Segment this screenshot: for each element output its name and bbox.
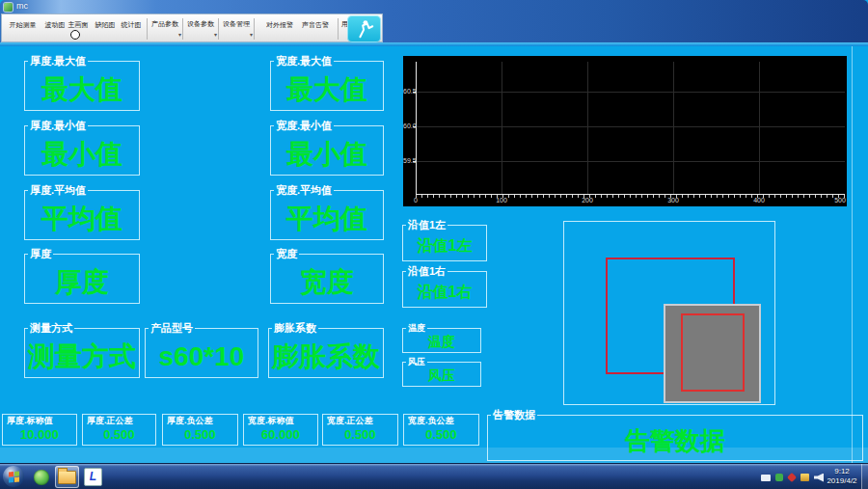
app-icon [4, 3, 13, 12]
gridline [417, 92, 845, 93]
show-desktop-button[interactable] [861, 464, 868, 489]
language-icon[interactable] [761, 475, 771, 481]
gridline [502, 62, 502, 194]
menu-external-alarm[interactable]: 对外报警 [262, 18, 297, 31]
application-window: mc 开始测量 波动图 主画面 缺陷图 统计图 产品参数 设备参数 设备管理 对… [0, 0, 868, 489]
field-value: 0.500 [83, 415, 155, 445]
field-value: 0.500 [404, 415, 478, 445]
field-value: 膨胀系数 [269, 329, 383, 377]
field-value: 温度 [403, 329, 480, 352]
gridline [673, 62, 674, 194]
gridline [417, 161, 845, 162]
y-tick-label: 60.0 [403, 122, 414, 129]
menu-device-manage[interactable]: 设备管理 [218, 18, 255, 40]
system-tray [761, 470, 824, 485]
field-thickness-max: 厚度.最大值 最大值 [24, 61, 140, 111]
gridline [587, 62, 588, 194]
folder-icon [58, 471, 76, 484]
person-button[interactable] [347, 15, 381, 42]
y-tick-label: 59.5 [403, 157, 414, 164]
field-value: 沿值1右 [403, 272, 486, 307]
field-width-max: 宽度.最大值 最大值 [270, 61, 384, 111]
chart-x-axis [416, 194, 845, 195]
field-width-plus-tol: 宽度.正公差 0.500 [322, 414, 398, 446]
y-tick-label: 60.5 [403, 88, 414, 95]
taskbar-explorer-app[interactable] [55, 466, 79, 488]
field-value: 最大值 [271, 62, 383, 110]
field-value: 0.500 [163, 415, 237, 445]
field-value: 60.000 [244, 415, 317, 445]
window-frame-line [852, 46, 853, 463]
field-thickness-plus-tol: 厚度.正公差 0.500 [82, 414, 156, 446]
menu-product-params[interactable]: 产品参数 [147, 18, 183, 40]
field-value: 沿值1左 [403, 226, 486, 260]
field-width-avg: 宽度.平均值 平均值 [270, 190, 384, 240]
clock-time: 9:12 [824, 467, 860, 476]
x-tick-label: 500 [834, 197, 846, 204]
green-status-icon[interactable] [775, 474, 783, 481]
gridline [759, 62, 760, 194]
window-title: mc [16, 1, 28, 11]
menu-sound-alarm[interactable]: 声音告警 [298, 18, 333, 31]
person-icon [354, 18, 375, 40]
field-width: 宽度 宽度 [270, 254, 384, 304]
menu-device-params[interactable]: 设备参数 [182, 18, 219, 40]
field-value: 告警数据 [488, 416, 862, 460]
product-section-rect [664, 304, 761, 403]
field-thickness: 厚度 厚度 [24, 254, 140, 304]
field-value: s60*10 [146, 329, 258, 377]
screen-radio-button[interactable] [70, 30, 80, 40]
field-measure-mode: 测量方式 测量方式 [24, 328, 140, 378]
inner-tolerance-rect [681, 313, 745, 392]
field-width-nominal: 宽度.标称值 60.000 [243, 414, 318, 446]
trend-chart: 60.5 60.0 59.5 0 100 200 300 400 500 [403, 56, 847, 206]
field-air-pressure: 风压 风压 [402, 362, 481, 387]
menu-start-measure[interactable]: 开始测量 [5, 18, 41, 31]
windows-flag-icon [9, 471, 19, 482]
x-tick-label: 300 [667, 197, 679, 204]
field-thickness-minus-tol: 厚度.负公差 0.500 [162, 414, 238, 446]
speaker-icon[interactable] [814, 474, 824, 482]
field-value: 最小值 [25, 126, 139, 175]
field-value: 测量方式 [25, 329, 139, 377]
taskbar-lx-app[interactable] [81, 466, 105, 488]
menu-statistics-chart[interactable]: 统计图 [119, 18, 144, 31]
field-product-model: 产品型号 s60*10 [145, 328, 258, 378]
field-alarm-data: 告警数据 告警数据 [487, 415, 863, 461]
field-value: 10.000 [3, 415, 76, 445]
x-tick-label: 200 [582, 197, 593, 204]
x-tick-label: 0 [414, 197, 418, 204]
menu-bar: 开始测量 波动图 主画面 缺陷图 统计图 产品参数 设备参数 设备管理 对外报警… [1, 14, 383, 42]
field-thickness-nominal: 厚度.标称值 10.000 [2, 414, 77, 446]
field-value: 平均值 [25, 191, 139, 239]
taskbar-globe-app[interactable] [29, 466, 53, 488]
lx-app-icon [84, 468, 102, 486]
red-status-icon[interactable] [787, 473, 797, 482]
yellow-status-icon[interactable] [800, 474, 809, 481]
field-thickness-avg: 厚度.平均值 平均值 [24, 190, 140, 240]
taskbar-clock[interactable]: 9:12 2019/4/2 [824, 467, 860, 486]
field-width-min: 宽度.最小值 最小值 [270, 125, 384, 176]
field-value: 最大值 [25, 62, 139, 110]
x-tick-label: 400 [753, 197, 765, 204]
menu-defect-chart[interactable]: 缺陷图 [93, 18, 118, 31]
gridline [417, 126, 845, 127]
field-edge-left: 沿值1左 沿值1左 [402, 225, 487, 261]
taskbar: 9:12 2019/4/2 [0, 463, 868, 489]
field-temperature: 温度 温度 [402, 328, 481, 353]
clock-date: 2019/4/2 [824, 476, 860, 486]
outer-tolerance-rect [606, 258, 735, 374]
field-width-minus-tol: 宽度.负公差 0.500 [403, 414, 479, 446]
cross-section-panel [563, 221, 775, 405]
window-frame-strip [0, 42, 868, 46]
menu-wave-chart[interactable]: 波动图 [42, 18, 68, 31]
menu-main-screen[interactable]: 主画面 [66, 18, 91, 31]
start-orb-icon[interactable] [3, 466, 24, 487]
field-value: 最小值 [271, 126, 383, 175]
field-value: 0.500 [323, 415, 397, 445]
field-value: 厚度 [25, 255, 139, 303]
field-value: 风压 [403, 363, 480, 386]
field-value: 宽度 [271, 255, 383, 303]
globe-icon [34, 470, 49, 485]
x-tick-label: 100 [496, 197, 507, 204]
